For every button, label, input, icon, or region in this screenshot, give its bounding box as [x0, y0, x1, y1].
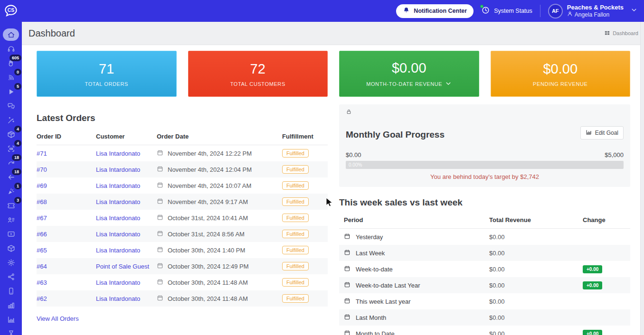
sidebar-badge: 1: [14, 183, 21, 189]
avatar: AF: [548, 4, 563, 19]
sidebar-item-integrations[interactable]: [0, 270, 22, 284]
cs-logo[interactable]: CS: [0, 3, 22, 19]
breadcrumb[interactable]: Dashboard: [604, 30, 638, 37]
order-date: October 30th, 2024 1:40 PM: [168, 247, 245, 254]
cs-logo-icon: CS: [3, 3, 19, 19]
page-title: Dashboard: [28, 28, 75, 39]
period-label: Last Week: [356, 250, 385, 257]
customer-link[interactable]: Lisa Intardonato: [96, 295, 140, 302]
customer-link[interactable]: Lisa Intardonato: [96, 231, 140, 238]
customer-link[interactable]: Lisa Intardonato: [96, 182, 140, 189]
sidebar-item-settings[interactable]: [0, 255, 22, 270]
sidebar-item-videos[interactable]: [0, 227, 22, 241]
order-id-link[interactable]: #68: [37, 198, 47, 205]
account-menu[interactable]: AF Peaches & Pockets Angela Fallon: [548, 4, 637, 19]
sidebar-item-home[interactable]: [0, 28, 22, 42]
sidebar-item-analytics[interactable]: [0, 312, 22, 326]
customer-link[interactable]: Point of Sale Guest: [96, 263, 149, 270]
change-badge: +0.00: [583, 265, 602, 273]
sidebar-item-reports[interactable]: [0, 298, 22, 312]
sidebar-item-shipping[interactable]: [0, 241, 22, 255]
order-date: November 4th, 2024 12:22 PM: [168, 150, 252, 157]
stat-card-total-customers: 72 TOTAL CUSTOMERS: [188, 51, 328, 97]
week-sales-row-week-to-date-last-year: Week-to-date Last Year $0.00 +0.00: [339, 277, 630, 293]
stat-card-label: MONTH-TO-DATE REVENUE: [366, 81, 442, 87]
chevron-down-icon[interactable]: [631, 7, 637, 15]
calendar-icon: [157, 246, 163, 254]
customer-link[interactable]: Lisa Intardonato: [96, 214, 140, 222]
card-dropdown-icon[interactable]: [445, 80, 452, 88]
sidebar-item-waitlist[interactable]: 18: [0, 156, 22, 170]
system-status-button[interactable]: System Status: [481, 6, 532, 16]
order-id-link[interactable]: #71: [37, 150, 47, 157]
sidebar-item-inventory-scan[interactable]: 4: [0, 141, 22, 156]
stat-card-label: PENDING REVENUE: [533, 81, 587, 87]
calendar-icon: [157, 279, 163, 287]
notification-center-button[interactable]: Notification Center: [396, 4, 474, 18]
lock-icon: [346, 108, 352, 116]
stat-card-label: TOTAL ORDERS: [85, 81, 128, 87]
order-date: November 4th, 2024 10:07 AM: [168, 182, 251, 189]
period-label: This week Last year: [356, 298, 411, 305]
topbar-divider: [540, 5, 540, 17]
sidebar-item-live-replays[interactable]: 5: [0, 84, 22, 99]
sidebar-item-headset[interactable]: [0, 42, 22, 56]
sidebar-item-mobile-app[interactable]: [0, 284, 22, 298]
sidebar-item-automation[interactable]: [0, 113, 22, 127]
order-date: October 30th, 2024 11:48 AM: [168, 279, 248, 286]
customer-link[interactable]: Lisa Intardonato: [96, 247, 140, 254]
order-id-link[interactable]: #66: [37, 231, 47, 238]
sidebar-badge: 605: [9, 55, 21, 61]
goal-warning-text: You are behind today's target by $2,742: [346, 173, 624, 180]
customer-link[interactable]: Lisa Intardonato: [96, 150, 140, 157]
period-label: Week-to-date Last Year: [356, 282, 420, 289]
sidebar-item-customers[interactable]: [0, 213, 22, 227]
sidebar-badge: 0: [14, 69, 21, 75]
stat-card-month-to-date-revenue: $0.00 MONTH-TO-DATE REVENUE: [339, 51, 479, 97]
revenue-value: $0.00: [489, 250, 583, 257]
edit-goal-button[interactable]: Edit Goal: [580, 126, 624, 140]
customer-link[interactable]: Lisa Intardonato: [96, 279, 140, 286]
order-id-link[interactable]: #67: [37, 214, 47, 222]
sidebar-item-raised-hand[interactable]: 605: [0, 56, 22, 70]
order-id-link[interactable]: #63: [37, 279, 47, 286]
order-id-link[interactable]: #70: [37, 166, 47, 173]
sidebar-item-returns[interactable]: 18: [0, 170, 22, 184]
system-status-label: System Status: [494, 8, 532, 14]
sidebar-item-products[interactable]: 4: [0, 127, 22, 141]
scrollbar[interactable]: [640, 22, 644, 335]
sidebar-item-conversations[interactable]: [0, 99, 22, 113]
order-row-69: #69 Lisa Intardonato November 4th, 2024 …: [37, 177, 328, 194]
customer-link[interactable]: Lisa Intardonato: [96, 198, 140, 205]
sidebar-item-broadcast[interactable]: 0: [0, 70, 22, 84]
fulfillment-badge: Fulfilled: [282, 181, 309, 190]
sidebar-item-promotions[interactable]: 1: [0, 184, 22, 198]
svg-text:CS: CS: [8, 8, 15, 13]
order-row-71: #71 Lisa Intardonato November 4th, 2024 …: [37, 145, 328, 161]
sidebar-item-history[interactable]: [0, 326, 22, 335]
week-sales-table: Period Total Revenue Change Yesterday $0…: [339, 214, 630, 335]
order-date: November 4th, 2024 12:04 PM: [168, 166, 252, 173]
order-id-link[interactable]: #65: [37, 247, 47, 254]
order-id-link[interactable]: #62: [37, 295, 47, 302]
clock-history-icon: [481, 6, 490, 16]
view-all-orders-link[interactable]: View All Orders: [37, 315, 79, 322]
fulfillment-badge: Fulfilled: [282, 165, 309, 174]
sidebar-item-icon: [3, 285, 19, 297]
sidebar-badge: 5: [14, 83, 21, 90]
customer-link[interactable]: Lisa Intardonato: [96, 166, 140, 173]
week-sales-row-month-to-date: Month to Date $0.00 +0.00: [339, 326, 630, 335]
calendar-icon: [344, 298, 350, 306]
sidebar-item-coupons[interactable]: 3: [0, 198, 22, 213]
order-id-link[interactable]: #64: [37, 263, 47, 270]
main-content: 71 TOTAL ORDERS 72 TOTAL CUSTOMERS Lates…: [22, 45, 644, 335]
sidebar-item-icon: [3, 299, 19, 311]
sidebar-item-icon: [3, 214, 19, 226]
order-row-63: #63 Lisa Intardonato October 30th, 2024 …: [37, 274, 328, 290]
change-badge: +0.00: [583, 281, 602, 289]
latest-orders-title: Latest Orders: [37, 113, 328, 123]
sidebar-item-icon: [3, 242, 19, 254]
order-id-link[interactable]: #69: [37, 182, 47, 189]
goal-progress-label: 0.00%: [349, 162, 362, 168]
week-sales-header: Period Total Revenue Change: [339, 214, 630, 229]
